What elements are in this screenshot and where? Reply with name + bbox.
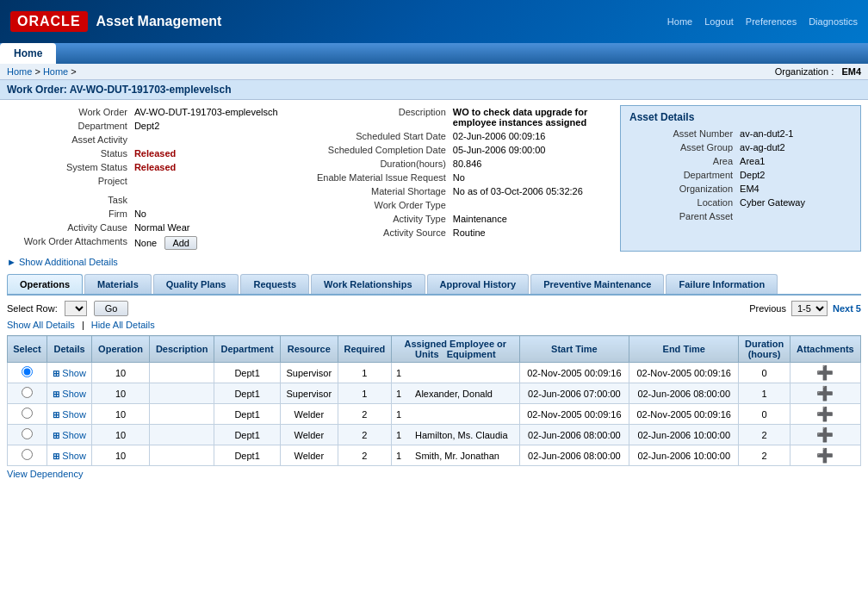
nav-home[interactable]: Home <box>667 16 692 27</box>
asset-dept-value: Dept2 <box>736 168 852 182</box>
col-duration: Duration(hours) <box>739 336 790 363</box>
assigned-cell: 1 <box>391 404 519 425</box>
duration-cell: 2 <box>739 425 790 445</box>
logo-area: ORACLE Asset Management <box>10 11 221 32</box>
show-details-link[interactable]: Show <box>62 451 86 461</box>
page-select[interactable]: 1-5 <box>791 301 828 316</box>
operations-table: Select Details Operation Description Dep… <box>7 335 861 466</box>
start-time-cell: 02-Nov-2005 00:09:16 <box>519 404 629 425</box>
asset-activity-value <box>131 133 300 146</box>
enable-material-value: No <box>450 171 606 184</box>
department-label: Department <box>7 119 131 133</box>
work-order-label: Work Order <box>7 105 131 119</box>
tab-preventive-maintenance[interactable]: Preventive Maintenance <box>530 274 664 294</box>
duration-cell: 0 <box>739 404 790 425</box>
tab-quality-plans[interactable]: Quality Plans <box>153 274 239 294</box>
pagination: Previous 1-5 Next 5 <box>749 301 861 316</box>
system-status-label: System Status <box>7 160 131 174</box>
row-radio[interactable] <box>22 387 33 398</box>
plus-icon: ► <box>7 257 16 267</box>
description-cell <box>149 445 214 466</box>
show-all-details-link[interactable]: Show All Details <box>7 320 75 330</box>
status-value: Released <box>131 146 300 160</box>
duration-cell: 2 <box>739 445 790 466</box>
sched-comp-value: 05-Jun-2006 09:00:00 <box>450 143 606 157</box>
row-select-dropdown[interactable] <box>65 301 87 316</box>
hide-all-details-link[interactable]: Hide All Details <box>91 320 155 330</box>
enable-material-label: Enable Material Issue Request <box>313 171 450 184</box>
tab-failure-information[interactable]: Failure Information <box>666 274 778 294</box>
dept-cell: Dept1 <box>214 383 280 404</box>
org-info: Organization : EM4 <box>775 66 861 77</box>
end-time-cell: 02-Jun-2006 08:00:00 <box>629 383 739 404</box>
start-time-cell: 02-Jun-2006 08:00:00 <box>519 425 629 445</box>
resource-cell: Welder <box>280 445 338 466</box>
asset-details-box: Asset Details Asset Number av-an-dut2-1 … <box>620 105 861 252</box>
tab-materials[interactable]: Materials <box>84 274 152 294</box>
row-radio[interactable] <box>22 366 33 377</box>
asset-details-table: Asset Number av-an-dut2-1 Asset Group av… <box>629 127 852 223</box>
resource-cell: Supervisor <box>280 363 338 383</box>
tab-requests[interactable]: Requests <box>240 274 309 294</box>
activity-type-value: Maintenance <box>450 212 606 226</box>
show-details-link[interactable]: Show <box>62 409 86 420</box>
add-attachment-button[interactable]: Add <box>164 236 197 250</box>
nav-logout[interactable]: Logout <box>704 16 734 27</box>
description-cell <box>149 383 214 404</box>
nav-preferences[interactable]: Preferences <box>746 16 797 27</box>
add-attachment-icon[interactable]: ➕ <box>816 407 834 421</box>
row-radio[interactable] <box>22 428 33 439</box>
nav-diagnostics[interactable]: Diagnostics <box>809 16 858 27</box>
breadcrumb-home2[interactable]: Home <box>43 66 68 77</box>
go-button[interactable]: Go <box>94 301 129 316</box>
asset-activity-label: Asset Activity <box>7 133 131 146</box>
row-radio[interactable] <box>22 408 33 419</box>
col-attachments: Attachments <box>790 336 860 363</box>
breadcrumb-home1[interactable]: Home <box>7 66 32 77</box>
add-attachment-icon[interactable]: ➕ <box>816 427 834 442</box>
dept-cell: Dept1 <box>214 425 280 445</box>
show-additional-details-link[interactable]: ► Show Additional Details <box>7 257 118 267</box>
asset-parent-value <box>736 209 852 223</box>
tab-home[interactable]: Home <box>0 43 56 64</box>
end-time-cell: 02-Jun-2006 10:00:00 <box>629 425 739 445</box>
dept-cell: Dept1 <box>214 363 280 383</box>
expand-icon: ⊞ <box>53 431 59 440</box>
add-attachment-icon[interactable]: ➕ <box>816 365 834 380</box>
duration-cell: 1 <box>739 383 790 404</box>
expand-icon: ⊞ <box>53 451 59 461</box>
activity-type-label: Activity Type <box>313 212 450 226</box>
top-nav: Home Logout Preferences Diagnostics <box>667 16 858 27</box>
col-description: Description <box>149 336 214 363</box>
show-details-link[interactable]: Show <box>62 389 86 399</box>
description-cell <box>149 363 214 383</box>
desc-label: Description <box>313 105 450 129</box>
expand-icon: ⊞ <box>53 369 59 378</box>
asset-number-value: av-an-dut2-1 <box>736 127 852 140</box>
show-details-link[interactable]: Show <box>62 430 86 440</box>
add-attachment-icon[interactable]: ➕ <box>816 386 834 401</box>
tab-work-relationships[interactable]: Work Relationships <box>311 274 425 294</box>
row-radio[interactable] <box>22 449 33 460</box>
next-link[interactable]: Next 5 <box>833 303 861 314</box>
table-row: ⊞ Show10Dept1Supervisor1102-Nov-2005 00:… <box>8 363 861 383</box>
start-time-cell: 02-Nov-2005 00:09:16 <box>519 363 629 383</box>
add-attachment-icon[interactable]: ➕ <box>816 448 834 463</box>
end-time-cell: 02-Nov-2005 00:09:16 <box>629 363 739 383</box>
desc-value: WO to check data upgrade for employee in… <box>450 105 606 129</box>
wo-type-label: Work Order Type <box>313 198 450 212</box>
col-details: Details <box>46 336 91 363</box>
asset-location-value: Cyber Gateway <box>736 196 852 209</box>
asset-group-value: av-ag-dut2 <box>736 140 852 154</box>
col-start-time: Start Time <box>519 336 629 363</box>
required-cell: 1 <box>338 363 391 383</box>
view-dependency-link[interactable]: View Dependency <box>7 466 861 482</box>
show-details-link[interactable]: Show <box>62 368 86 378</box>
material-shortage-value: No as of 03-Oct-2006 05:32:26 <box>450 184 606 198</box>
tab-approval-history[interactable]: Approval History <box>427 274 530 294</box>
sched-start-value: 02-Jun-2006 00:09:16 <box>450 129 606 143</box>
tab-operations[interactable]: Operations <box>7 274 83 294</box>
breadcrumb-bar: Home > Home > Organization : EM4 <box>0 64 868 80</box>
resource-cell: Welder <box>280 404 338 425</box>
end-time-cell: 02-Nov-2005 00:09:16 <box>629 404 739 425</box>
